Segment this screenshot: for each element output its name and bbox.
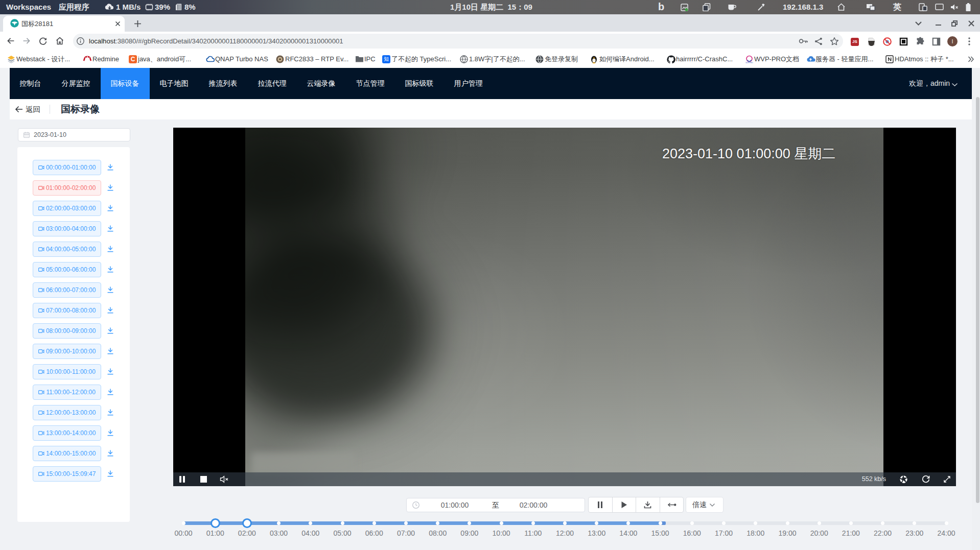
svg-text:WVP-PRO: WVP-PRO [745,62,753,64]
